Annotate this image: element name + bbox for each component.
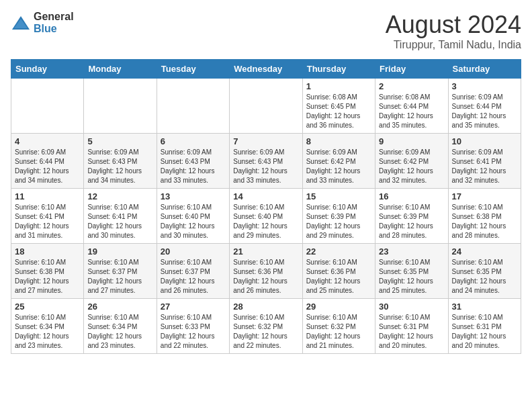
day-info: Sunrise: 6:10 AM Sunset: 6:35 PM Dayligh… xyxy=(379,258,444,295)
day-info: Sunrise: 6:10 AM Sunset: 6:39 PM Dayligh… xyxy=(379,203,444,240)
day-info: Sunrise: 6:09 AM Sunset: 6:41 PM Dayligh… xyxy=(452,148,517,185)
day-number: 31 xyxy=(452,302,517,312)
day-number: 16 xyxy=(379,191,444,201)
day-info: Sunrise: 6:10 AM Sunset: 6:33 PM Dayligh… xyxy=(161,313,226,351)
calendar-week-row: 1Sunrise: 6:08 AM Sunset: 6:45 PM Daylig… xyxy=(11,79,521,134)
day-number: 15 xyxy=(306,191,371,201)
calendar-day-cell: 20Sunrise: 6:10 AM Sunset: 6:37 PM Dayli… xyxy=(157,244,229,299)
day-number: 7 xyxy=(233,136,298,146)
day-of-week-header: Saturday xyxy=(448,60,521,79)
day-info: Sunrise: 6:09 AM Sunset: 6:42 PM Dayligh… xyxy=(379,148,444,185)
day-info: Sunrise: 6:10 AM Sunset: 6:39 PM Dayligh… xyxy=(306,203,371,240)
calendar-day-cell: 4Sunrise: 6:09 AM Sunset: 6:44 PM Daylig… xyxy=(11,134,84,189)
calendar-week-row: 11Sunrise: 6:10 AM Sunset: 6:41 PM Dayli… xyxy=(11,189,521,244)
day-number: 18 xyxy=(15,246,80,257)
calendar-day-cell: 5Sunrise: 6:09 AM Sunset: 6:43 PM Daylig… xyxy=(84,134,157,189)
calendar-day-cell: 22Sunrise: 6:10 AM Sunset: 6:36 PM Dayli… xyxy=(302,244,375,299)
calendar-header-row: SundayMondayTuesdayWednesdayThursdayFrid… xyxy=(11,60,521,79)
calendar-day-cell: 16Sunrise: 6:10 AM Sunset: 6:39 PM Dayli… xyxy=(375,189,448,244)
day-info: Sunrise: 6:10 AM Sunset: 6:36 PM Dayligh… xyxy=(233,258,298,295)
calendar-day-cell xyxy=(230,79,302,134)
calendar-day-cell: 7Sunrise: 6:09 AM Sunset: 6:43 PM Daylig… xyxy=(230,134,302,189)
day-info: Sunrise: 6:10 AM Sunset: 6:41 PM Dayligh… xyxy=(87,203,152,240)
calendar-day-cell: 26Sunrise: 6:10 AM Sunset: 6:34 PM Dayli… xyxy=(84,299,157,354)
day-info: Sunrise: 6:09 AM Sunset: 6:42 PM Dayligh… xyxy=(306,148,371,185)
calendar-day-cell: 31Sunrise: 6:10 AM Sunset: 6:31 PM Dayli… xyxy=(448,299,521,354)
day-info: Sunrise: 6:10 AM Sunset: 6:35 PM Dayligh… xyxy=(452,258,517,295)
day-number: 30 xyxy=(379,302,444,312)
day-info: Sunrise: 6:09 AM Sunset: 6:43 PM Dayligh… xyxy=(87,148,152,185)
calendar-day-cell: 9Sunrise: 6:09 AM Sunset: 6:42 PM Daylig… xyxy=(375,134,448,189)
day-number: 22 xyxy=(306,246,371,257)
calendar-day-cell: 30Sunrise: 6:10 AM Sunset: 6:31 PM Dayli… xyxy=(375,299,448,354)
calendar-day-cell: 1Sunrise: 6:08 AM Sunset: 6:45 PM Daylig… xyxy=(302,79,375,134)
day-info: Sunrise: 6:09 AM Sunset: 6:44 PM Dayligh… xyxy=(452,93,517,130)
calendar-day-cell: 23Sunrise: 6:10 AM Sunset: 6:35 PM Dayli… xyxy=(375,244,448,299)
calendar-day-cell: 28Sunrise: 6:10 AM Sunset: 6:32 PM Dayli… xyxy=(230,299,302,354)
day-info: Sunrise: 6:10 AM Sunset: 6:41 PM Dayligh… xyxy=(15,203,80,240)
day-info: Sunrise: 6:08 AM Sunset: 6:45 PM Dayligh… xyxy=(306,93,371,130)
day-number: 27 xyxy=(161,302,226,312)
day-info: Sunrise: 6:10 AM Sunset: 6:31 PM Dayligh… xyxy=(379,313,444,351)
day-number: 12 xyxy=(87,191,152,201)
calendar-day-cell: 10Sunrise: 6:09 AM Sunset: 6:41 PM Dayli… xyxy=(448,134,521,189)
calendar-day-cell: 18Sunrise: 6:10 AM Sunset: 6:38 PM Dayli… xyxy=(11,244,84,299)
day-number: 9 xyxy=(379,136,444,146)
day-info: Sunrise: 6:10 AM Sunset: 6:32 PM Dayligh… xyxy=(306,313,371,351)
day-info: Sunrise: 6:09 AM Sunset: 6:43 PM Dayligh… xyxy=(161,148,226,185)
logo: General Blue xyxy=(11,11,74,35)
title-area: August 2024 Tiruppur, Tamil Nadu, India xyxy=(386,11,521,51)
day-info: Sunrise: 6:10 AM Sunset: 6:32 PM Dayligh… xyxy=(233,313,298,351)
logo-text-blue: Blue xyxy=(34,23,57,34)
day-number: 29 xyxy=(306,302,371,312)
day-number: 24 xyxy=(452,246,517,257)
day-info: Sunrise: 6:09 AM Sunset: 6:44 PM Dayligh… xyxy=(15,148,80,185)
day-number: 28 xyxy=(233,302,298,312)
calendar-day-cell: 12Sunrise: 6:10 AM Sunset: 6:41 PM Dayli… xyxy=(84,189,157,244)
logo-text-general: General xyxy=(34,11,74,22)
day-of-week-header: Sunday xyxy=(11,60,84,79)
day-info: Sunrise: 6:08 AM Sunset: 6:44 PM Dayligh… xyxy=(379,93,444,130)
day-info: Sunrise: 6:10 AM Sunset: 6:36 PM Dayligh… xyxy=(306,258,371,295)
day-number: 8 xyxy=(306,136,371,146)
day-of-week-header: Tuesday xyxy=(157,60,229,79)
calendar-week-row: 4Sunrise: 6:09 AM Sunset: 6:44 PM Daylig… xyxy=(11,134,521,189)
day-number: 19 xyxy=(87,246,152,257)
day-of-week-header: Wednesday xyxy=(230,60,302,79)
day-info: Sunrise: 6:10 AM Sunset: 6:38 PM Dayligh… xyxy=(452,203,517,240)
calendar-day-cell: 27Sunrise: 6:10 AM Sunset: 6:33 PM Dayli… xyxy=(157,299,229,354)
calendar-day-cell: 25Sunrise: 6:10 AM Sunset: 6:34 PM Dayli… xyxy=(11,299,84,354)
day-number: 23 xyxy=(379,246,444,257)
page-header: General Blue August 2024 Tiruppur, Tamil… xyxy=(11,11,521,51)
day-of-week-header: Thursday xyxy=(302,60,375,79)
calendar-day-cell: 2Sunrise: 6:08 AM Sunset: 6:44 PM Daylig… xyxy=(375,79,448,134)
day-number: 1 xyxy=(306,81,371,91)
calendar-day-cell: 6Sunrise: 6:09 AM Sunset: 6:43 PM Daylig… xyxy=(157,134,229,189)
day-number: 26 xyxy=(87,302,152,312)
day-info: Sunrise: 6:10 AM Sunset: 6:34 PM Dayligh… xyxy=(87,313,152,351)
calendar-day-cell: 11Sunrise: 6:10 AM Sunset: 6:41 PM Dayli… xyxy=(11,189,84,244)
day-number: 20 xyxy=(161,246,226,257)
day-number: 6 xyxy=(161,136,226,146)
day-number: 4 xyxy=(15,136,80,146)
logo-icon xyxy=(11,15,31,31)
day-number: 2 xyxy=(379,81,444,91)
calendar-week-row: 25Sunrise: 6:10 AM Sunset: 6:34 PM Dayli… xyxy=(11,299,521,354)
calendar-day-cell: 15Sunrise: 6:10 AM Sunset: 6:39 PM Dayli… xyxy=(302,189,375,244)
day-of-week-header: Friday xyxy=(375,60,448,79)
day-info: Sunrise: 6:10 AM Sunset: 6:34 PM Dayligh… xyxy=(15,313,80,351)
day-of-week-header: Monday xyxy=(84,60,157,79)
day-info: Sunrise: 6:10 AM Sunset: 6:31 PM Dayligh… xyxy=(452,313,517,351)
calendar-day-cell: 29Sunrise: 6:10 AM Sunset: 6:32 PM Dayli… xyxy=(302,299,375,354)
calendar-day-cell xyxy=(84,79,157,134)
day-number: 17 xyxy=(452,191,517,201)
calendar-day-cell: 3Sunrise: 6:09 AM Sunset: 6:44 PM Daylig… xyxy=(448,79,521,134)
day-info: Sunrise: 6:10 AM Sunset: 6:38 PM Dayligh… xyxy=(15,258,80,295)
day-number: 10 xyxy=(452,136,517,146)
calendar-day-cell: 13Sunrise: 6:10 AM Sunset: 6:40 PM Dayli… xyxy=(157,189,229,244)
day-info: Sunrise: 6:10 AM Sunset: 6:40 PM Dayligh… xyxy=(233,203,298,240)
day-info: Sunrise: 6:10 AM Sunset: 6:37 PM Dayligh… xyxy=(161,258,226,295)
calendar-day-cell xyxy=(11,79,84,134)
calendar-day-cell xyxy=(157,79,229,134)
day-info: Sunrise: 6:10 AM Sunset: 6:40 PM Dayligh… xyxy=(161,203,226,240)
